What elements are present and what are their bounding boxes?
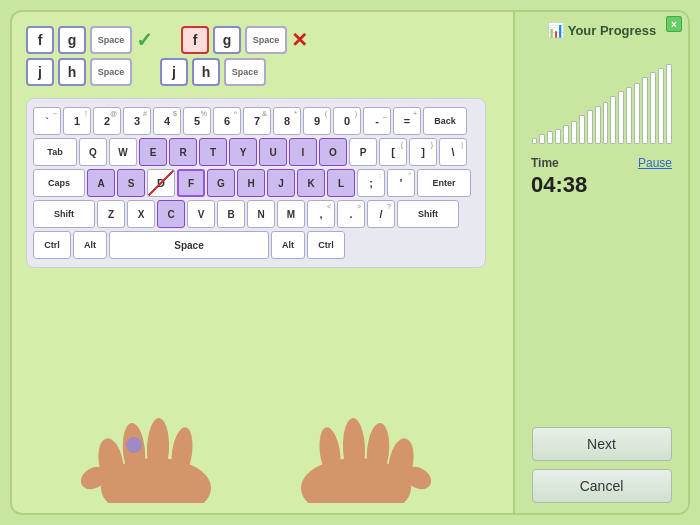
key-k[interactable]: K bbox=[297, 169, 325, 197]
cancel-button[interactable]: Cancel bbox=[532, 469, 672, 503]
seq2-key-h: h bbox=[58, 58, 86, 86]
chart-bar-8 bbox=[595, 106, 601, 144]
key-v[interactable]: V bbox=[187, 200, 215, 228]
key-u[interactable]: U bbox=[259, 138, 287, 166]
chart-bar-4 bbox=[563, 125, 569, 144]
key-3[interactable]: #3 bbox=[123, 107, 151, 135]
key-b[interactable]: B bbox=[217, 200, 245, 228]
key-f[interactable]: F bbox=[177, 169, 205, 197]
correct-mark: ✓ bbox=[136, 28, 153, 52]
key-period[interactable]: >. bbox=[337, 200, 365, 228]
svg-point-6 bbox=[126, 437, 142, 453]
seq2-key-j: j bbox=[26, 58, 54, 86]
pause-button[interactable]: Pause bbox=[638, 156, 672, 170]
key-h[interactable]: H bbox=[237, 169, 265, 197]
kb-row-3: Shift Z X C V B N M <, >. ?/ Shift bbox=[33, 200, 479, 228]
key-j[interactable]: J bbox=[267, 169, 295, 197]
key-comma[interactable]: <, bbox=[307, 200, 335, 228]
key-y[interactable]: Y bbox=[229, 138, 257, 166]
chart-bar-1 bbox=[539, 134, 545, 144]
key-5[interactable]: %5 bbox=[183, 107, 211, 135]
key-9[interactable]: (9 bbox=[303, 107, 331, 135]
kb-row-0: ~` !1 @2 #3 $4 %5 ^6 &7 *8 (9 )0 _- += B… bbox=[33, 107, 479, 135]
next-button[interactable]: Next bbox=[532, 427, 672, 461]
seq1-key-g: g bbox=[58, 26, 86, 54]
right-hand bbox=[301, 418, 435, 503]
key-8[interactable]: *8 bbox=[273, 107, 301, 135]
kb-row-4: Ctrl Alt Space Alt Ctrl bbox=[33, 231, 479, 259]
key-r[interactable]: R bbox=[169, 138, 197, 166]
key-4[interactable]: $4 bbox=[153, 107, 181, 135]
key-1[interactable]: !1 bbox=[63, 107, 91, 135]
chart-bar-6 bbox=[579, 115, 585, 144]
key-caps[interactable]: Caps bbox=[33, 169, 85, 197]
key-quote[interactable]: "' bbox=[387, 169, 415, 197]
key-0[interactable]: )0 bbox=[333, 107, 361, 135]
kb-row-1: Tab Q W E R T Y U I O P {[ }] |\ bbox=[33, 138, 479, 166]
key-lbracket[interactable]: {[ bbox=[379, 138, 407, 166]
chart-bar-10 bbox=[610, 96, 616, 144]
key-s[interactable]: S bbox=[117, 169, 145, 197]
key-ctrl-l[interactable]: Ctrl bbox=[33, 231, 71, 259]
key-q[interactable]: Q bbox=[79, 138, 107, 166]
chart-bar-16 bbox=[658, 68, 664, 144]
key-shift-r[interactable]: Shift bbox=[397, 200, 459, 228]
kb-row-2: Caps A S D F G H J K L :; "' Enter bbox=[33, 169, 479, 197]
key-d[interactable]: D bbox=[147, 169, 175, 197]
seq2-ans-h: h bbox=[192, 58, 220, 86]
key-2[interactable]: @2 bbox=[93, 107, 121, 135]
key-tab[interactable]: Tab bbox=[33, 138, 77, 166]
key-7[interactable]: &7 bbox=[243, 107, 271, 135]
chart-icon: 📊 bbox=[547, 22, 564, 38]
key-equal[interactable]: += bbox=[393, 107, 421, 135]
key-o[interactable]: O bbox=[319, 138, 347, 166]
key-tilde[interactable]: ~` bbox=[33, 107, 61, 135]
progress-chart bbox=[532, 44, 672, 144]
key-space[interactable]: Space bbox=[109, 231, 269, 259]
time-label: Time bbox=[531, 156, 559, 170]
key-sequences: f g Space ✓ f g Space ✕ j h Space j h Sp… bbox=[26, 26, 503, 86]
key-a[interactable]: A bbox=[87, 169, 115, 197]
key-rbracket[interactable]: }] bbox=[409, 138, 437, 166]
key-e[interactable]: E bbox=[139, 138, 167, 166]
chart-bar-15 bbox=[650, 72, 656, 144]
key-6[interactable]: ^6 bbox=[213, 107, 241, 135]
key-slash[interactable]: ?/ bbox=[367, 200, 395, 228]
left-panel: f g Space ✓ f g Space ✕ j h Space j h Sp… bbox=[12, 12, 513, 513]
key-n[interactable]: N bbox=[247, 200, 275, 228]
chart-bar-14 bbox=[642, 77, 648, 144]
key-enter[interactable]: Enter bbox=[417, 169, 471, 197]
key-minus[interactable]: _- bbox=[363, 107, 391, 135]
key-semicolon[interactable]: :; bbox=[357, 169, 385, 197]
time-section: Time Pause 04:38 bbox=[523, 156, 680, 198]
key-m[interactable]: M bbox=[277, 200, 305, 228]
key-w[interactable]: W bbox=[109, 138, 137, 166]
time-header: Time Pause bbox=[531, 156, 672, 170]
key-l[interactable]: L bbox=[327, 169, 355, 197]
chart-bar-7 bbox=[587, 110, 593, 144]
seq1-ans-f: f bbox=[181, 26, 209, 54]
key-z[interactable]: Z bbox=[97, 200, 125, 228]
key-backspace[interactable]: Back bbox=[423, 107, 467, 135]
close-button[interactable]: × bbox=[666, 16, 682, 32]
key-p[interactable]: P bbox=[349, 138, 377, 166]
hands-svg bbox=[26, 383, 486, 503]
key-alt-l[interactable]: Alt bbox=[73, 231, 107, 259]
seq1-key-space: Space bbox=[90, 26, 132, 54]
key-shift-l[interactable]: Shift bbox=[33, 200, 95, 228]
key-alt-r[interactable]: Alt bbox=[271, 231, 305, 259]
chart-bar-2 bbox=[547, 131, 553, 144]
seq2-ans-j: j bbox=[160, 58, 188, 86]
key-ctrl-r[interactable]: Ctrl bbox=[307, 231, 345, 259]
right-panel: × 📊 Your Progress Time Pause 04:38 Next … bbox=[513, 12, 688, 513]
key-backslash[interactable]: |\ bbox=[439, 138, 467, 166]
wrong-mark: ✕ bbox=[291, 28, 308, 52]
key-g[interactable]: G bbox=[207, 169, 235, 197]
seq2-key-space: Space bbox=[90, 58, 132, 86]
key-i[interactable]: I bbox=[289, 138, 317, 166]
key-c[interactable]: C bbox=[157, 200, 185, 228]
key-t[interactable]: T bbox=[199, 138, 227, 166]
seq1-ans-g: g bbox=[213, 26, 241, 54]
key-x[interactable]: X bbox=[127, 200, 155, 228]
seq1-key-f: f bbox=[26, 26, 54, 54]
